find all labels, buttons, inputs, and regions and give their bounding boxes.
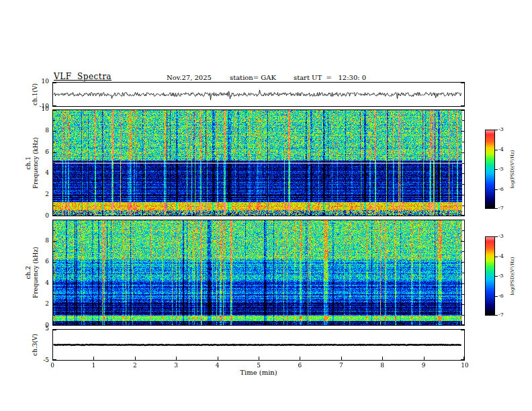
y-tick-label: 10	[28, 105, 49, 113]
colorbar-tick-mark	[495, 315, 498, 316]
x-tick-label: 7	[335, 362, 348, 369]
x-axis-title: Time (min)	[218, 369, 299, 376]
x-tick-mark	[341, 357, 342, 360]
y-minor-tick-mark	[53, 251, 55, 252]
colorbar-tick-mark	[495, 276, 498, 277]
ch2-spectrogram-canvas	[53, 220, 464, 325]
y-minor-tick-mark	[462, 205, 464, 206]
y-tick-mark	[461, 110, 464, 111]
y-tick-mark	[53, 110, 56, 111]
colorbar-tick-mark	[495, 257, 498, 257]
ch1-axis-label-line2: Frequency (kHz)	[32, 126, 40, 199]
colorbar-ch1	[485, 130, 495, 209]
colorbar-ch1-canvas	[486, 130, 494, 208]
y-minor-tick-mark	[462, 120, 464, 121]
y-minor-tick-mark	[53, 184, 55, 185]
y-tick-label: 8	[28, 127, 49, 134]
ch1-waveform-canvas	[53, 83, 464, 106]
ch3-voltage-axis-label: ch.3(V)	[32, 308, 39, 381]
y-tick-mark	[461, 195, 464, 195]
y-tick-mark	[53, 195, 56, 195]
x-tick-mark	[135, 357, 136, 360]
x-tick-label: 2	[128, 362, 142, 369]
x-tick-label: 9	[417, 362, 431, 369]
y-tick-label: 4	[28, 169, 49, 177]
y-minor-tick-mark	[462, 294, 464, 295]
vlf-spectra-figure: VLF Spectra Nov.27, 2025 station= GAK st…	[0, 0, 532, 411]
colorbar-ch2-label: log(PSD)(V²/Hz)	[510, 239, 515, 313]
y-tick-mark	[461, 131, 464, 132]
y-tick-mark	[53, 131, 56, 132]
colorbar-tick-label: -3	[498, 233, 511, 240]
ch2-axis-label-line2: Frequency (kHz)	[32, 236, 40, 310]
colorbar-tick-label: -5	[498, 166, 511, 173]
y-minor-tick-mark	[53, 142, 55, 142]
y-tick-label: 2	[28, 191, 49, 198]
y-tick-mark	[53, 241, 56, 242]
colorbar-tick-label: -6	[498, 293, 511, 300]
x-tick-label: 1	[87, 362, 100, 369]
y-tick-label: 10	[28, 78, 49, 85]
colorbar-tick-label: -4	[498, 146, 511, 153]
x-tick-mark	[424, 357, 425, 360]
colorbar-tick-label: -5	[498, 273, 511, 279]
y-tick-label: 2	[28, 300, 49, 308]
colorbar-ch1-label: log(PSD)(V²/Hz)	[510, 132, 515, 206]
ch3-waveform-panel	[52, 329, 465, 361]
x-tick-mark	[259, 357, 259, 360]
y-tick-mark	[461, 105, 464, 106]
y-tick-label: 0	[28, 212, 49, 220]
colorbar-tick-mark	[495, 296, 498, 297]
x-tick-label: 6	[293, 362, 306, 369]
x-tick-mark	[52, 357, 53, 360]
x-tick-label: 5	[252, 362, 265, 369]
colorbar-tick-label: -4	[498, 253, 511, 260]
ch2-axis-label-line1: ch.2	[25, 236, 32, 310]
y-minor-tick-mark	[462, 184, 464, 185]
y-tick-mark	[53, 283, 56, 284]
y-minor-tick-mark	[462, 273, 464, 273]
colorbar-tick-mark	[495, 208, 498, 209]
x-tick-mark	[218, 357, 218, 360]
y-tick-mark	[53, 262, 56, 263]
colorbar-ch2	[485, 236, 495, 316]
y-tick-mark	[461, 262, 464, 263]
colorbar-tick-mark	[495, 150, 498, 150]
y-minor-tick-mark	[53, 315, 55, 316]
y-tick-mark	[53, 173, 56, 174]
y-tick-mark	[461, 215, 464, 216]
y-tick-mark	[461, 283, 464, 284]
x-tick-mark	[382, 357, 383, 360]
y-tick-mark	[461, 330, 464, 330]
y-minor-tick-mark	[462, 230, 464, 231]
ch1-spectrogram-canvas	[53, 110, 464, 216]
y-tick-mark	[461, 304, 464, 305]
ch1-voltage-axis-label: ch.1(V)	[32, 57, 39, 131]
y-minor-tick-mark	[462, 163, 464, 164]
colorbar-ch2-canvas	[486, 237, 494, 315]
colorbar-tick-label: -7	[498, 205, 511, 212]
x-tick-mark	[463, 357, 464, 360]
y-minor-tick-mark	[53, 205, 55, 206]
ch1-axis-label-line1: ch.1	[25, 126, 32, 199]
y-minor-tick-mark	[53, 120, 55, 121]
ch1-spectrogram-panel	[52, 109, 465, 216]
y-tick-label: 4	[28, 279, 49, 287]
ch1-frequency-axis-label: ch.1 Frequency (kHz)	[25, 126, 40, 199]
x-tick-label: 10	[458, 362, 472, 369]
colorbar-tick-mark	[495, 169, 498, 170]
y-tick-label: 6	[28, 258, 49, 265]
ch3-waveform-canvas	[53, 330, 464, 360]
y-minor-tick-mark	[53, 163, 55, 164]
y-tick-mark	[53, 359, 56, 360]
ch2-frequency-axis-label: ch.2 Frequency (kHz)	[25, 236, 40, 310]
ch1-waveform-panel	[52, 82, 465, 107]
x-tick-label: 8	[375, 362, 389, 369]
y-minor-tick-mark	[462, 315, 464, 316]
y-tick-mark	[53, 330, 56, 330]
colorbar-tick-mark	[495, 189, 498, 190]
colorbar-tick-label: -3	[498, 126, 511, 133]
y-minor-tick-mark	[53, 294, 55, 295]
y-tick-mark	[53, 83, 56, 83]
y-tick-label: 5	[28, 325, 49, 332]
